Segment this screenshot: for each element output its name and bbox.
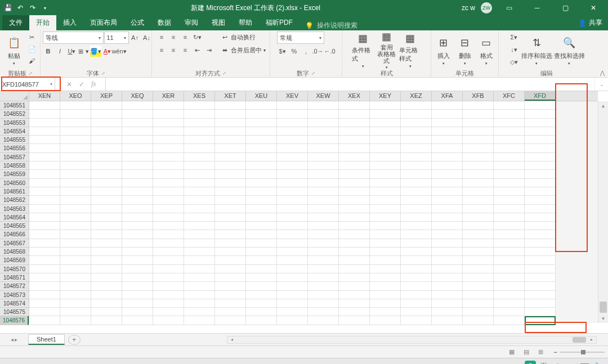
zoom-slider[interactable] bbox=[560, 352, 605, 353]
cell[interactable] bbox=[463, 308, 494, 316]
cell[interactable] bbox=[432, 196, 463, 204]
cell[interactable] bbox=[29, 187, 60, 196]
cell[interactable] bbox=[370, 119, 401, 127]
cell[interactable] bbox=[432, 273, 463, 282]
cell[interactable] bbox=[401, 205, 432, 213]
cell[interactable] bbox=[122, 187, 153, 196]
cell[interactable] bbox=[215, 136, 246, 144]
horizontal-scrollbar[interactable]: ◂ ▸ bbox=[227, 336, 597, 344]
cell[interactable] bbox=[308, 110, 339, 118]
cell[interactable] bbox=[339, 196, 370, 204]
cell[interactable] bbox=[401, 187, 432, 196]
hscroll-thumb[interactable] bbox=[573, 337, 586, 343]
cell[interactable] bbox=[246, 161, 277, 170]
cell[interactable] bbox=[525, 248, 556, 256]
row-header-1048573[interactable]: 1048573 bbox=[0, 291, 29, 299]
cell[interactable] bbox=[91, 256, 122, 264]
cell[interactable] bbox=[60, 101, 91, 110]
cell[interactable] bbox=[370, 222, 401, 230]
cell[interactable] bbox=[401, 316, 432, 325]
row-header-1048562[interactable]: 1048562 bbox=[0, 196, 29, 204]
tab-file[interactable]: 文件 bbox=[2, 15, 29, 30]
cell[interactable] bbox=[91, 316, 122, 325]
cell[interactable] bbox=[432, 230, 463, 239]
cell[interactable] bbox=[215, 170, 246, 178]
cell[interactable] bbox=[525, 127, 556, 136]
align-center-icon[interactable]: ≡ bbox=[168, 44, 179, 56]
cell[interactable] bbox=[401, 299, 432, 308]
accounting-format-icon[interactable]: $▾ bbox=[277, 46, 288, 57]
cell[interactable] bbox=[184, 170, 215, 178]
cell[interactable] bbox=[60, 110, 91, 118]
cell[interactable] bbox=[277, 265, 308, 273]
cell[interactable] bbox=[215, 144, 246, 152]
cell[interactable] bbox=[91, 291, 122, 299]
cell[interactable] bbox=[91, 161, 122, 170]
cell[interactable] bbox=[494, 265, 525, 273]
phonetic-button[interactable]: wén▾ bbox=[114, 46, 125, 57]
decrease-decimal-icon[interactable]: ←.0 bbox=[324, 46, 336, 57]
cell[interactable] bbox=[122, 196, 153, 204]
cell[interactable] bbox=[60, 248, 91, 256]
ribbon-options-icon[interactable]: ▭ bbox=[498, 0, 520, 16]
orientation-icon[interactable]: ↻▾ bbox=[191, 32, 203, 43]
cell[interactable] bbox=[494, 291, 525, 299]
cell[interactable] bbox=[29, 299, 60, 308]
cell[interactable] bbox=[184, 222, 215, 230]
cell[interactable] bbox=[525, 222, 556, 230]
cell[interactable] bbox=[153, 222, 184, 230]
cell[interactable] bbox=[91, 153, 122, 161]
col-header-XER[interactable]: XER bbox=[153, 91, 184, 101]
cell[interactable] bbox=[339, 101, 370, 110]
cell[interactable] bbox=[525, 239, 556, 248]
align-launcher-icon[interactable]: ⤢ bbox=[222, 71, 226, 76]
cell[interactable] bbox=[308, 161, 339, 170]
cell[interactable] bbox=[91, 196, 122, 204]
cell[interactable] bbox=[60, 230, 91, 239]
cell[interactable] bbox=[246, 213, 277, 222]
cell[interactable] bbox=[308, 248, 339, 256]
cell[interactable] bbox=[308, 265, 339, 273]
sheet-nav[interactable]: ◂ ▸ bbox=[0, 336, 28, 343]
cell[interactable] bbox=[370, 161, 401, 170]
col-header-XEO[interactable]: XEO bbox=[60, 91, 91, 101]
cell[interactable] bbox=[339, 265, 370, 273]
cell[interactable] bbox=[91, 136, 122, 144]
cell[interactable] bbox=[370, 282, 401, 290]
cell[interactable] bbox=[525, 308, 556, 316]
cell[interactable] bbox=[525, 196, 556, 204]
cell[interactable] bbox=[463, 153, 494, 161]
cell[interactable] bbox=[339, 256, 370, 264]
cell[interactable] bbox=[463, 213, 494, 222]
row-header-1048555[interactable]: 1048555 bbox=[0, 136, 29, 144]
cell[interactable] bbox=[246, 205, 277, 213]
cell[interactable] bbox=[525, 282, 556, 290]
cell[interactable] bbox=[308, 239, 339, 248]
border-button[interactable]: ⊞ ▾ bbox=[78, 46, 90, 57]
cell[interactable] bbox=[122, 291, 153, 299]
cell[interactable] bbox=[29, 179, 60, 187]
cell[interactable] bbox=[60, 205, 91, 213]
cell[interactable] bbox=[432, 161, 463, 170]
cell[interactable] bbox=[122, 248, 153, 256]
cell[interactable] bbox=[60, 179, 91, 187]
row-header-1048558[interactable]: 1048558 bbox=[0, 161, 29, 170]
cell[interactable] bbox=[29, 273, 60, 282]
cell[interactable] bbox=[29, 239, 60, 248]
cell[interactable] bbox=[432, 256, 463, 264]
cell[interactable] bbox=[432, 101, 463, 110]
tab-formulas[interactable]: 公式 bbox=[124, 15, 151, 30]
cell[interactable] bbox=[370, 316, 401, 325]
cell[interactable] bbox=[246, 170, 277, 178]
cell[interactable] bbox=[432, 282, 463, 290]
cell[interactable] bbox=[525, 136, 556, 144]
conditional-format-button[interactable]: ▦条件格式▾ bbox=[352, 32, 374, 69]
cell[interactable] bbox=[122, 213, 153, 222]
ime-mode-icon[interactable]: 五 bbox=[538, 361, 549, 365]
cell[interactable] bbox=[91, 248, 122, 256]
cell[interactable] bbox=[494, 136, 525, 144]
cell[interactable] bbox=[246, 248, 277, 256]
cell[interactable] bbox=[60, 119, 91, 127]
tab-help[interactable]: 帮助 bbox=[232, 15, 259, 30]
cell[interactable] bbox=[153, 127, 184, 136]
